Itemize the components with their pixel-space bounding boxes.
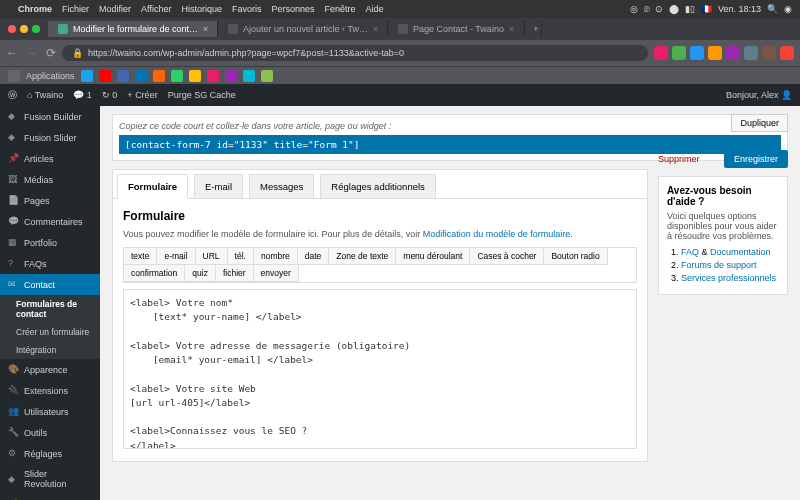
search-icon[interactable]: 🔍 [767, 4, 778, 14]
tray-icon[interactable]: ◎ [630, 4, 638, 14]
battery-icon[interactable]: ▮▯ [685, 4, 695, 14]
bookmark-link[interactable]: Applications [26, 71, 75, 81]
sidebar-item[interactable]: 💬Commentaires [0, 211, 100, 232]
help-link[interactable]: Documentation [710, 247, 771, 257]
sidebar-item-contact[interactable]: ✉Contact [0, 274, 100, 295]
browser-tab[interactable]: Modifier le formulaire de cont…× [48, 21, 218, 37]
tag-button[interactable]: texte [124, 248, 157, 265]
sidebar-item[interactable]: ◆Fusion Slider [0, 127, 100, 148]
browser-tab[interactable]: Page Contact - Twaino× [388, 21, 525, 37]
sidebar-sub[interactable]: Intégration [0, 341, 100, 359]
updates-link[interactable]: ↻ 0 [102, 90, 118, 100]
sidebar-item[interactable]: ▦Portfolio [0, 232, 100, 253]
sidebar-item[interactable]: 📄Pages [0, 190, 100, 211]
bookmark-icon[interactable] [99, 70, 111, 82]
browser-tab[interactable]: Ajouter un nouvel article ‹ Tw…× [218, 21, 388, 37]
sidebar-item[interactable]: ⚙Réglages [0, 443, 100, 464]
menu-item[interactable]: Aide [366, 4, 384, 14]
url-field[interactable]: 🔒 https://twaino.com/wp-admin/admin.php?… [62, 45, 648, 61]
bookmark-icon[interactable] [171, 70, 183, 82]
sidebar-sub[interactable]: Créer un formulaire [0, 323, 100, 341]
new-tab-button[interactable]: + [525, 21, 542, 37]
duplicate-button[interactable]: Dupliquer [731, 114, 788, 132]
sidebar-sub[interactable]: Formulaires de contact [0, 295, 100, 323]
help-link[interactable]: Forums de support [681, 260, 757, 270]
tag-button[interactable]: quiz [185, 265, 216, 282]
reload-icon[interactable]: ⟳ [46, 46, 56, 60]
tag-button[interactable]: Cases à cocher [470, 248, 544, 265]
tray-icon[interactable]: ⊙ [655, 4, 663, 14]
comments-link[interactable]: 💬 1 [73, 90, 92, 100]
maximize-window-icon[interactable] [32, 25, 40, 33]
tag-button[interactable]: e-mail [157, 248, 195, 265]
ext-icon[interactable] [726, 46, 740, 60]
sidebar-item[interactable]: 👥Utilisateurs [0, 401, 100, 422]
tag-button[interactable]: confirmation [124, 265, 185, 282]
close-tab-icon[interactable]: × [373, 24, 378, 34]
bookmark-icon[interactable] [153, 70, 165, 82]
tag-button[interactable]: Zone de texte [329, 248, 396, 265]
back-icon[interactable]: ← [6, 46, 18, 60]
wifi-icon[interactable]: ⬤ [669, 4, 679, 14]
sidebar-item[interactable]: 📌Articles [0, 148, 100, 169]
menu-item[interactable]: Favoris [232, 4, 262, 14]
bookmark-icon[interactable] [135, 70, 147, 82]
ext-icon[interactable] [654, 46, 668, 60]
tag-button[interactable]: nombre [254, 248, 298, 265]
new-link[interactable]: + Créer [127, 90, 157, 100]
sidebar-item[interactable]: 🎨Apparence [0, 359, 100, 380]
tag-button[interactable]: tél. [228, 248, 254, 265]
tag-button[interactable]: envoyer [254, 265, 299, 282]
close-tab-icon[interactable]: × [509, 24, 514, 34]
apps-icon[interactable] [8, 70, 20, 82]
sidebar-item[interactable]: ⚡SG Optimizer [0, 494, 100, 500]
menu-item[interactable]: Personnes [271, 4, 314, 14]
close-tab-icon[interactable]: × [203, 24, 208, 34]
wp-logo-icon[interactable]: ⓦ [8, 89, 17, 102]
sidebar-item[interactable]: ◆Slider Revolution [0, 464, 100, 494]
save-button[interactable]: Enregistrer [724, 150, 788, 168]
clock[interactable]: Ven. 18:13 [718, 4, 761, 14]
bookmark-icon[interactable] [207, 70, 219, 82]
forward-icon[interactable]: → [26, 46, 38, 60]
greeting[interactable]: Bonjour, Alex 👤 [726, 90, 792, 100]
help-link[interactable]: Services professionnels [681, 273, 776, 283]
tab-formulaire[interactable]: Formulaire [117, 174, 188, 199]
site-link[interactable]: ⌂ Twaino [27, 90, 63, 100]
tag-button[interactable]: fichier [216, 265, 254, 282]
menu-item[interactable]: Fenêtre [324, 4, 355, 14]
bookmark-icon[interactable] [117, 70, 129, 82]
bookmark-icon[interactable] [243, 70, 255, 82]
tag-button[interactable]: menu déroulant [396, 248, 470, 265]
tab-messages[interactable]: Messages [249, 174, 314, 198]
help-link[interactable]: FAQ [681, 247, 699, 257]
menu-item[interactable]: Afficher [141, 4, 171, 14]
close-window-icon[interactable] [8, 25, 16, 33]
tag-button[interactable]: Bouton radio [544, 248, 607, 265]
tag-button[interactable]: URL [196, 248, 228, 265]
bookmark-icon[interactable] [225, 70, 237, 82]
ext-icon[interactable] [744, 46, 758, 60]
doc-link[interactable]: Modification du modèle de formulaire [423, 229, 571, 239]
flag-icon[interactable]: 🇫🇷 [701, 4, 712, 14]
menu-item[interactable]: Fichier [62, 4, 89, 14]
ext-icon[interactable] [762, 46, 776, 60]
tab-email[interactable]: E-mail [194, 174, 243, 198]
menu-item[interactable]: Historique [181, 4, 222, 14]
tray-icon[interactable]: ⎚ [644, 4, 649, 14]
app-name[interactable]: Chrome [18, 4, 52, 14]
tab-settings[interactable]: Réglages additionnels [320, 174, 435, 198]
siri-icon[interactable]: ◉ [784, 4, 792, 14]
ext-icon[interactable] [690, 46, 704, 60]
minimize-window-icon[interactable] [20, 25, 28, 33]
ext-icon[interactable] [780, 46, 794, 60]
sidebar-item[interactable]: 🖼Médias [0, 169, 100, 190]
ext-icon[interactable] [708, 46, 722, 60]
bookmark-icon[interactable] [189, 70, 201, 82]
sidebar-item[interactable]: 🔌Extensions [0, 380, 100, 401]
ext-icon[interactable] [672, 46, 686, 60]
menu-item[interactable]: Modifier [99, 4, 131, 14]
bookmark-icon[interactable] [81, 70, 93, 82]
purge-cache[interactable]: Purge SG Cache [168, 90, 236, 100]
tag-button[interactable]: date [298, 248, 330, 265]
